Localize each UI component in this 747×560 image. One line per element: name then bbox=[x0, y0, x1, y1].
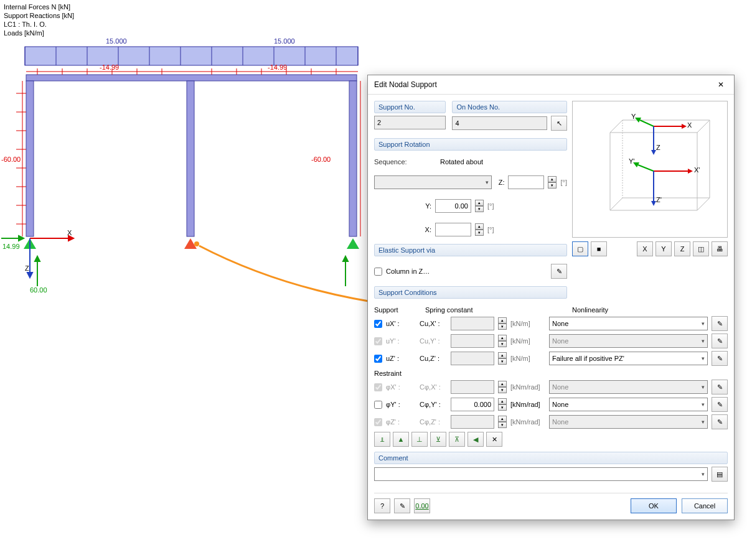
column-z-label: Column in Z… bbox=[386, 268, 430, 275]
svg-text:X: X bbox=[687, 121, 692, 129]
phiz-checkbox bbox=[374, 418, 382, 426]
support-no-input[interactable] bbox=[374, 116, 446, 129]
edit-column-icon[interactable]: ✎ bbox=[551, 264, 567, 279]
legend: Internal Forces N [kN] Support Reactions… bbox=[4, 2, 74, 37]
svg-marker-64 bbox=[688, 169, 693, 174]
support-type-icon[interactable]: ⫫ bbox=[374, 432, 390, 447]
on-nodes-header: On Nodes No. bbox=[452, 101, 567, 113]
edit-icon[interactable]: ✎ bbox=[712, 380, 728, 394]
svg-rect-16 bbox=[349, 81, 357, 236]
view-wireframe-icon[interactable]: ▢ bbox=[572, 241, 588, 256]
dialog-title: Edit Nodal Support bbox=[374, 80, 437, 89]
cuy-input bbox=[451, 334, 494, 348]
edit-icon[interactable]: ✎ bbox=[712, 414, 728, 429]
n-force: -14.99 bbox=[268, 63, 287, 71]
edit-icon[interactable]: ✎ bbox=[712, 351, 728, 366]
cuz-input[interactable] bbox=[451, 352, 494, 365]
col-shear: -60.00 bbox=[1, 156, 21, 163]
comment-lib-icon[interactable]: ▤ bbox=[712, 467, 728, 482]
svg-rect-0 bbox=[25, 47, 358, 65]
rot-x-input[interactable] bbox=[435, 223, 471, 236]
svg-text:Y: Y bbox=[631, 113, 636, 120]
svg-rect-15 bbox=[187, 81, 194, 236]
column-z-checkbox[interactable] bbox=[374, 268, 382, 276]
support-type-icon[interactable]: ⊥ bbox=[411, 432, 428, 447]
phiy-nonlin-select[interactable]: None▾ bbox=[549, 398, 708, 411]
reaction-h: 14.99 bbox=[2, 243, 20, 250]
reaction-v: 60.00 bbox=[30, 286, 47, 294]
legend-line: Support Reactions [kN] bbox=[4, 11, 74, 20]
cancel-button[interactable]: Cancel bbox=[682, 498, 728, 513]
support-no-header: Support No. bbox=[374, 101, 446, 113]
spinner-icon[interactable]: ▴▾ bbox=[548, 176, 557, 189]
cphy-input[interactable] bbox=[451, 398, 494, 411]
comment-combo[interactable]: ▾ bbox=[374, 467, 708, 481]
svg-line-65 bbox=[638, 165, 654, 171]
structural-diagram: 15.000 15.000 -14.99 -14.99 -60.00 -60.0… bbox=[0, 37, 367, 317]
svg-rect-14 bbox=[26, 81, 34, 236]
notes-icon[interactable]: ✎ bbox=[394, 498, 410, 513]
view-z-icon[interactable]: Z bbox=[674, 241, 690, 256]
legend-line: Internal Forces N [kN] bbox=[4, 2, 74, 11]
support-right-icon bbox=[347, 238, 359, 249]
uz-checkbox[interactable] bbox=[374, 355, 382, 363]
uy-nonlin-select: None▾ bbox=[549, 334, 708, 348]
cux-input[interactable] bbox=[451, 317, 494, 330]
spinner-icon[interactable]: ▴▾ bbox=[475, 223, 484, 236]
svg-text:Z': Z' bbox=[656, 196, 662, 203]
ux-nonlin-select[interactable]: None▾ bbox=[549, 317, 708, 330]
view-y-icon[interactable]: Y bbox=[655, 241, 672, 256]
phix-nonlin-select: None▾ bbox=[549, 380, 708, 394]
axis-preview: X Y Z X' Y' Z' bbox=[572, 101, 728, 238]
cphz-input bbox=[451, 415, 494, 429]
close-icon[interactable]: ✕ bbox=[714, 80, 728, 89]
col-support: Support bbox=[374, 306, 425, 314]
uz-nonlin-select[interactable]: Failure all if positive PZ'▾ bbox=[549, 352, 708, 365]
help-icon[interactable]: ? bbox=[374, 498, 390, 513]
ok-button[interactable]: OK bbox=[631, 498, 677, 513]
col-shear: -60.00 bbox=[311, 156, 331, 163]
phix-checkbox bbox=[374, 383, 382, 391]
units-icon[interactable]: 0.00 bbox=[414, 498, 430, 513]
edit-icon[interactable]: ✎ bbox=[712, 397, 728, 412]
svg-marker-59 bbox=[651, 150, 656, 155]
uy-checkbox bbox=[374, 337, 382, 345]
col-nonlin: Nonlinearity bbox=[572, 306, 608, 314]
col-spring: Spring constant bbox=[425, 306, 572, 314]
support-type-icon[interactable]: ◀ bbox=[467, 432, 484, 447]
spinner-icon[interactable]: ▴▾ bbox=[475, 200, 484, 212]
pick-nodes-icon[interactable]: ↖ bbox=[551, 116, 567, 131]
view-iso-icon[interactable]: ◫ bbox=[693, 241, 709, 256]
view-print-icon[interactable]: 🖶 bbox=[712, 241, 728, 256]
sequence-label: Sequence: bbox=[374, 158, 419, 166]
sequence-select[interactable]: ▾ bbox=[374, 175, 492, 189]
svg-marker-49 bbox=[35, 256, 40, 261]
rotated-about-label: Rotated about bbox=[440, 158, 483, 166]
support-mid-icon bbox=[184, 238, 197, 249]
legend-line: LC1 : Th. I. O. bbox=[4, 20, 74, 29]
rotation-header: Support Rotation bbox=[374, 138, 567, 151]
svg-line-56 bbox=[640, 120, 654, 126]
legend-line: Loads [kN/m] bbox=[4, 29, 74, 37]
support-type-icon[interactable]: ▲ bbox=[393, 432, 409, 447]
support-type-icon[interactable]: ✕ bbox=[486, 432, 502, 447]
rot-y-input[interactable] bbox=[435, 199, 471, 213]
support-type-icon[interactable]: ⊻ bbox=[430, 432, 446, 447]
n-force: -14.99 bbox=[100, 63, 119, 71]
phiz-nonlin-select: None▾ bbox=[549, 415, 708, 429]
elastic-header: Elastic Support via bbox=[374, 244, 567, 256]
rot-z-input[interactable] bbox=[508, 175, 544, 189]
edit-icon[interactable]: ✎ bbox=[712, 316, 728, 331]
load-value: 15.000 bbox=[274, 37, 295, 45]
view-solid-icon[interactable]: ■ bbox=[591, 241, 607, 256]
phiy-checkbox[interactable] bbox=[374, 401, 382, 409]
view-x-icon[interactable]: X bbox=[637, 241, 653, 256]
svg-marker-47 bbox=[19, 236, 24, 241]
edit-icon[interactable]: ✎ bbox=[712, 334, 728, 348]
support-type-icon[interactable]: ⊼ bbox=[449, 432, 465, 447]
edit-nodal-support-dialog: Edit Nodal Support ✕ Support No. On Node… bbox=[367, 75, 735, 520]
comment-header: Comment bbox=[374, 452, 728, 464]
on-nodes-input[interactable] bbox=[452, 116, 547, 130]
conditions-header: Support Conditions bbox=[374, 286, 567, 299]
ux-checkbox[interactable] bbox=[374, 320, 382, 328]
